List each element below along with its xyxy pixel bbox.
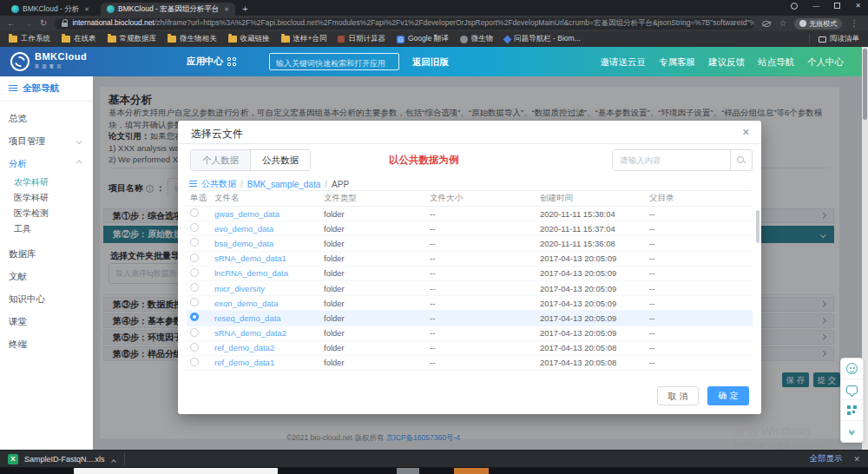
- row-radio[interactable]: [190, 313, 199, 321]
- customer-service-button[interactable]: [841, 359, 863, 379]
- table-row[interactable]: sRNA_demo_data2folder--2017-04-13 20:05:…: [187, 326, 753, 341]
- table-row[interactable]: micr_diversityfolder--2017-04-13 20:05:0…: [187, 281, 753, 296]
- tab-close-icon[interactable]: ✕: [84, 6, 89, 13]
- header-search-input[interactable]: [270, 56, 398, 71]
- bookmark-item[interactable]: 常规数据库: [108, 34, 157, 44]
- table-row[interactable]: bsa_demo_datafolder--2020-11-11 15:36:08…: [187, 236, 753, 251]
- menu-kebab-icon[interactable]: ⋮: [850, 19, 858, 28]
- sidebar-item-terminal[interactable]: 终端: [9, 332, 93, 355]
- file-name-link[interactable]: sRNA_demo_data2: [214, 328, 324, 338]
- browser-tab[interactable]: BMKCloud - 分析 ✕: [5, 3, 95, 16]
- collapse-button[interactable]: [841, 421, 863, 442]
- nav-sitemap-link[interactable]: 站点导航: [758, 56, 794, 69]
- file-name-link[interactable]: ref_demo_data2: [214, 343, 324, 352]
- minimize-button[interactable]: —: [812, 2, 819, 10]
- sidebar-item-knowledge[interactable]: 知识中心: [9, 287, 93, 310]
- sidebar-item-literature[interactable]: 文献: [9, 265, 93, 287]
- table-row[interactable]: sRNA_demo_data1folder--2017-04-13 20:05:…: [187, 252, 753, 267]
- taskbar-search-box[interactable]: [74, 468, 278, 474]
- sidebar-item-classroom[interactable]: 课堂: [9, 310, 93, 332]
- table-row[interactable]: reseq_demo_datafolder--2017-04-13 20:05:…: [187, 311, 753, 326]
- bookmark-item[interactable]: 在线表: [62, 34, 96, 44]
- bookmark-item[interactable]: 问题导航栏 - Biom...: [504, 34, 581, 44]
- row-radio[interactable]: [190, 238, 199, 247]
- nav-feedback-link[interactable]: 建议反馈: [708, 56, 745, 69]
- address-bar[interactable]: international.biocloud.net/zh/iframe?url…: [55, 18, 754, 30]
- back-icon[interactable]: ←: [7, 19, 16, 28]
- header-search-box[interactable]: [269, 53, 399, 70]
- close-icon[interactable]: ✕: [742, 127, 750, 138]
- taskbar-app-icon[interactable]: [454, 468, 489, 474]
- confirm-button[interactable]: 确 定: [707, 386, 749, 405]
- tab-public-data[interactable]: 公共数据: [251, 150, 310, 170]
- cancel-button[interactable]: 取 消: [657, 386, 699, 405]
- tab-personal-data[interactable]: 个人数据: [191, 150, 251, 170]
- bookmark-item[interactable]: 收藏链接: [228, 34, 270, 44]
- scrollbar-thumb[interactable]: [863, 49, 867, 120]
- back-to-old-link[interactable]: 返回旧版: [412, 56, 449, 69]
- file-name-link[interactable]: evo_demo_data: [214, 224, 324, 234]
- app-center-button[interactable]: 应用中心: [187, 56, 236, 68]
- forward-icon[interactable]: →: [23, 19, 32, 28]
- qrcode-button[interactable]: [841, 400, 863, 421]
- refresh-icon[interactable]: ↻: [40, 19, 47, 28]
- file-name-link[interactable]: micr_diversity: [214, 284, 324, 293]
- row-radio[interactable]: [190, 253, 199, 262]
- sidebar-item-medical-test[interactable]: 医学检测: [9, 206, 93, 221]
- sidebar-item-agri-research[interactable]: 农学科研: [9, 174, 93, 190]
- nav-personal-center-link[interactable]: 个人中心: [807, 56, 844, 69]
- profile-icon[interactable]: [791, 3, 798, 10]
- bmkcloud-logo[interactable]: [10, 52, 30, 71]
- bookmark-item[interactable]: 微生物相关: [168, 34, 217, 44]
- incognito-badge[interactable]: 无痕模式: [794, 18, 842, 30]
- table-row[interactable]: gwas_demo_datafolder--2020-11-11 15:38:0…: [187, 207, 753, 221]
- row-radio[interactable]: [190, 223, 199, 232]
- breadcrumb-root[interactable]: 公共数据: [201, 178, 236, 190]
- sidebar-item-database[interactable]: 数据库: [9, 242, 93, 265]
- table-row[interactable]: evo_demo_datafolder--2020-11-11 15:37:04…: [187, 221, 753, 236]
- bookmark-item[interactable]: 送样+合同: [281, 34, 327, 44]
- file-name-link[interactable]: sRNA_demo_data1: [214, 253, 324, 263]
- table-row[interactable]: lncRNA_demo_datafolder--2017-04-13 20:05…: [187, 267, 753, 281]
- row-radio[interactable]: [190, 298, 199, 306]
- file-name-link[interactable]: bsa_demo_data: [214, 239, 324, 248]
- eye-blocked-icon[interactable]: [762, 21, 771, 27]
- sidebar-item-project[interactable]: 项目管理: [9, 129, 93, 152]
- file-name-link[interactable]: exon_demo_data: [214, 299, 324, 308]
- tab-close-icon[interactable]: ✕: [224, 6, 229, 13]
- file-search-input[interactable]: [613, 150, 730, 170]
- file-name-link[interactable]: reseq_demo_data: [214, 313, 324, 323]
- bookmark-item[interactable]: 日期计算器: [338, 34, 385, 44]
- row-radio[interactable]: [190, 328, 199, 337]
- download-filename[interactable]: SampleID-FastqN....xls: [24, 455, 105, 464]
- breadcrumb-folder[interactable]: BMK_sample_data: [247, 180, 321, 189]
- show-all-downloads-link[interactable]: 全部显示: [809, 453, 842, 464]
- file-name-link[interactable]: lncRNA_demo_data: [214, 268, 324, 278]
- row-radio[interactable]: [190, 283, 199, 292]
- nav-service-link[interactable]: 专属客服: [659, 56, 695, 69]
- file-search-box[interactable]: [612, 149, 753, 171]
- scrollbar-thumb[interactable]: [756, 210, 760, 243]
- row-radio[interactable]: [190, 358, 199, 366]
- close-window-button[interactable]: ✕: [855, 2, 861, 10]
- browser-tab-active[interactable]: BMKCloud - 宏基因组分析平台 ✕: [101, 3, 235, 16]
- table-row[interactable]: ref_demo_data2folder--2017-04-13 20:05:0…: [187, 341, 753, 356]
- sidebar-item-analysis[interactable]: 分析: [9, 152, 93, 174]
- new-tab-button[interactable]: +: [242, 3, 247, 14]
- table-scrollbar[interactable]: [756, 207, 760, 369]
- sidebar-item-tools[interactable]: 工具: [9, 221, 93, 237]
- nav-invite-link[interactable]: 邀请送云豆: [601, 56, 647, 69]
- download-caret-icon[interactable]: [112, 451, 115, 467]
- file-name-link[interactable]: gwas_demo_data: [214, 209, 324, 219]
- bookmark-item[interactable]: GGoogle 翻译: [397, 34, 449, 44]
- table-row[interactable]: ref_demo_data1folder--2017-04-13 20:05:0…: [187, 356, 753, 371]
- bookmark-item[interactable]: 微生物: [460, 34, 494, 44]
- bookmark-star-icon[interactable]: ☆: [779, 19, 786, 28]
- row-radio[interactable]: [190, 343, 199, 352]
- table-row[interactable]: exon_demo_datafolder--2017-04-13 20:05:0…: [187, 296, 753, 311]
- sidebar-item-medical-research[interactable]: 医学科研: [9, 190, 93, 206]
- row-radio[interactable]: [190, 268, 199, 277]
- row-radio[interactable]: [190, 208, 199, 217]
- reading-list-button[interactable]: 阅读清单: [809, 34, 859, 44]
- bookmark-item[interactable]: 工作系统: [9, 34, 50, 44]
